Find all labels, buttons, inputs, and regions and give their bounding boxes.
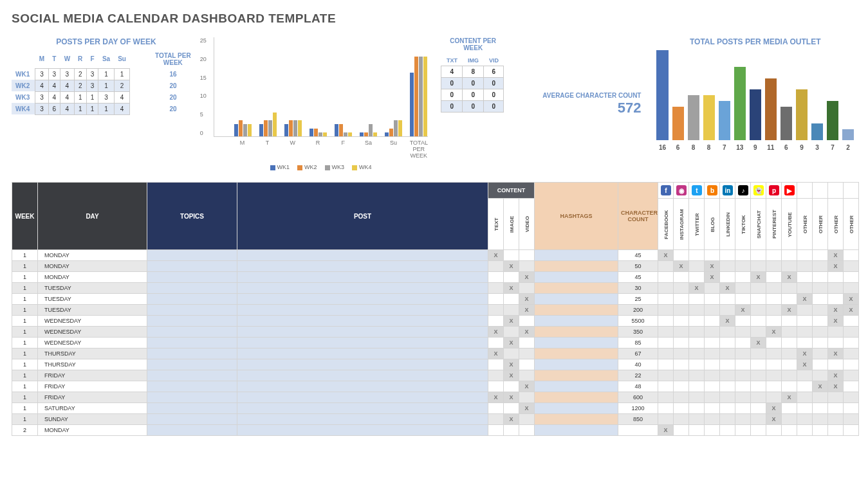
media-cell[interactable] bbox=[720, 338, 735, 348]
media-cell[interactable] bbox=[844, 272, 859, 283]
hashtags-cell[interactable] bbox=[535, 348, 618, 359]
media-cell[interactable]: X bbox=[844, 294, 859, 305]
text-cell[interactable]: X bbox=[488, 392, 504, 403]
media-cell[interactable] bbox=[689, 305, 705, 316]
week-cell[interactable]: 1 bbox=[12, 403, 38, 414]
media-cell[interactable] bbox=[782, 338, 797, 348]
video-cell[interactable] bbox=[519, 316, 535, 327]
topics-cell[interactable] bbox=[147, 381, 237, 392]
media-cell[interactable] bbox=[782, 316, 797, 327]
media-cell[interactable] bbox=[720, 305, 735, 316]
media-cell[interactable] bbox=[674, 294, 689, 305]
topics-cell[interactable] bbox=[147, 283, 237, 294]
hashtags-cell[interactable] bbox=[535, 327, 618, 338]
media-cell[interactable] bbox=[705, 370, 720, 381]
topics-cell[interactable] bbox=[147, 294, 237, 305]
media-cell[interactable] bbox=[735, 261, 751, 272]
image-cell[interactable] bbox=[504, 327, 519, 338]
video-cell[interactable] bbox=[519, 261, 535, 272]
day-cell[interactable]: FRIDAY bbox=[38, 370, 147, 381]
image-cell[interactable] bbox=[504, 348, 519, 359]
media-cell[interactable] bbox=[797, 403, 813, 414]
media-cell[interactable] bbox=[813, 250, 828, 261]
charcount-cell[interactable]: 45 bbox=[618, 250, 658, 261]
day-cell[interactable]: WEDNESDAY bbox=[38, 338, 147, 348]
media-cell[interactable]: X bbox=[766, 403, 782, 414]
hashtags-cell[interactable] bbox=[535, 370, 618, 381]
media-cell[interactable] bbox=[751, 348, 766, 359]
media-cell[interactable] bbox=[689, 381, 705, 392]
media-cell[interactable] bbox=[674, 348, 689, 359]
media-cell[interactable] bbox=[705, 403, 720, 414]
media-cell[interactable] bbox=[705, 327, 720, 338]
post-cell[interactable] bbox=[237, 359, 488, 370]
media-cell[interactable]: X bbox=[689, 283, 705, 294]
media-cell[interactable]: X bbox=[813, 381, 828, 392]
post-cell[interactable] bbox=[237, 327, 488, 338]
topics-cell[interactable] bbox=[147, 272, 237, 283]
media-cell[interactable] bbox=[797, 381, 813, 392]
media-cell[interactable] bbox=[735, 381, 751, 392]
video-cell[interactable]: X bbox=[519, 272, 535, 283]
media-cell[interactable] bbox=[844, 370, 859, 381]
hashtags-cell[interactable] bbox=[535, 261, 618, 272]
hashtags-cell[interactable] bbox=[535, 283, 618, 294]
video-cell[interactable] bbox=[519, 414, 535, 425]
media-cell[interactable] bbox=[766, 370, 782, 381]
week-cell[interactable]: 1 bbox=[12, 294, 38, 305]
media-cell[interactable] bbox=[751, 283, 766, 294]
media-cell[interactable] bbox=[689, 425, 705, 436]
media-cell[interactable] bbox=[674, 250, 689, 261]
media-cell[interactable]: X bbox=[735, 305, 751, 316]
topics-cell[interactable] bbox=[147, 348, 237, 359]
charcount-cell[interactable]: 200 bbox=[618, 305, 658, 316]
video-cell[interactable]: X bbox=[519, 327, 535, 338]
topics-cell[interactable] bbox=[147, 261, 237, 272]
media-cell[interactable] bbox=[674, 370, 689, 381]
media-cell[interactable] bbox=[813, 403, 828, 414]
media-cell[interactable] bbox=[797, 305, 813, 316]
media-cell[interactable] bbox=[705, 250, 720, 261]
media-cell[interactable] bbox=[766, 381, 782, 392]
media-cell[interactable] bbox=[674, 316, 689, 327]
media-cell[interactable] bbox=[766, 338, 782, 348]
media-cell[interactable]: X bbox=[674, 261, 689, 272]
week-cell[interactable]: 1 bbox=[12, 316, 38, 327]
week-cell[interactable]: 1 bbox=[12, 338, 38, 348]
media-cell[interactable] bbox=[674, 414, 689, 425]
media-cell[interactable]: X bbox=[766, 327, 782, 338]
media-cell[interactable] bbox=[735, 392, 751, 403]
day-cell[interactable]: TUESDAY bbox=[38, 305, 147, 316]
media-cell[interactable] bbox=[766, 283, 782, 294]
day-cell[interactable]: TUESDAY bbox=[38, 283, 147, 294]
post-cell[interactable] bbox=[237, 392, 488, 403]
day-cell[interactable]: MONDAY bbox=[38, 425, 147, 436]
week-cell[interactable]: 1 bbox=[12, 272, 38, 283]
media-cell[interactable] bbox=[782, 359, 797, 370]
media-cell[interactable] bbox=[844, 425, 859, 436]
charcount-cell[interactable]: 50 bbox=[618, 261, 658, 272]
media-cell[interactable] bbox=[658, 359, 674, 370]
media-cell[interactable] bbox=[813, 272, 828, 283]
post-cell[interactable] bbox=[237, 283, 488, 294]
image-cell[interactable] bbox=[504, 272, 519, 283]
text-cell[interactable] bbox=[488, 305, 504, 316]
media-cell[interactable] bbox=[735, 327, 751, 338]
hashtags-cell[interactable] bbox=[535, 425, 618, 436]
media-cell[interactable] bbox=[797, 272, 813, 283]
week-cell[interactable]: 1 bbox=[12, 261, 38, 272]
hashtags-cell[interactable] bbox=[535, 392, 618, 403]
media-cell[interactable] bbox=[766, 348, 782, 359]
media-cell[interactable] bbox=[735, 283, 751, 294]
media-cell[interactable]: X bbox=[658, 250, 674, 261]
text-cell[interactable] bbox=[488, 403, 504, 414]
media-cell[interactable] bbox=[813, 327, 828, 338]
media-cell[interactable] bbox=[674, 305, 689, 316]
media-cell[interactable] bbox=[797, 425, 813, 436]
media-cell[interactable] bbox=[828, 414, 844, 425]
post-cell[interactable] bbox=[237, 305, 488, 316]
media-cell[interactable] bbox=[813, 425, 828, 436]
hashtags-cell[interactable] bbox=[535, 381, 618, 392]
media-cell[interactable] bbox=[751, 250, 766, 261]
media-cell[interactable] bbox=[735, 338, 751, 348]
